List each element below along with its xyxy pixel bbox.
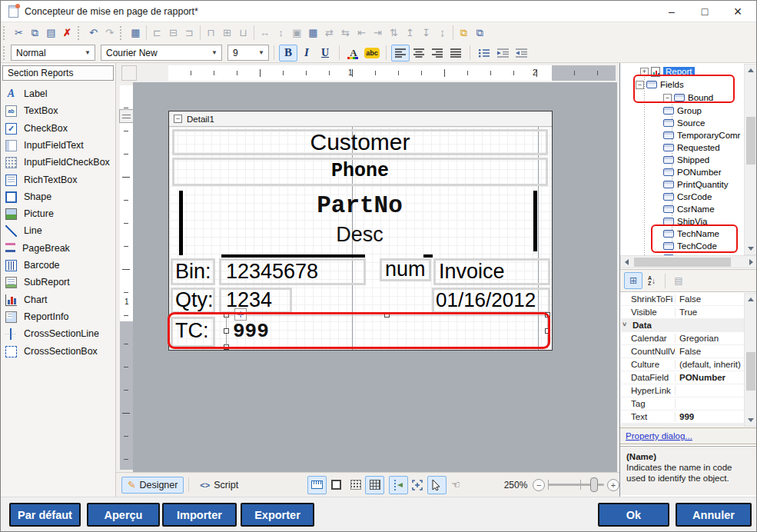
close-button[interactable]: × bbox=[723, 1, 752, 22]
space-across-remove-icon[interactable]: ⇥ bbox=[370, 25, 386, 42]
tree-item-field[interactable]: PONumber bbox=[663, 166, 722, 178]
tool-line[interactable]: Line bbox=[5, 223, 113, 238]
property-row[interactable]: HyperLink bbox=[621, 384, 744, 397]
tool-richtextbox[interactable]: RichTextBox bbox=[5, 172, 113, 188]
collapse-section-icon[interactable]: − bbox=[174, 115, 182, 123]
export-button[interactable]: Exporter bbox=[241, 503, 314, 527]
redo-icon[interactable]: ↷ bbox=[101, 25, 118, 42]
property-category-design[interactable]: ˅Design bbox=[621, 424, 744, 427]
align-bottoms-icon[interactable]: ⊔ bbox=[235, 25, 251, 42]
scroll-down-icon[interactable] bbox=[748, 247, 754, 251]
chevron-down-icon[interactable]: ▼ bbox=[255, 46, 267, 59]
space-across-increase-icon[interactable]: ⇆ bbox=[337, 25, 354, 42]
zoom-out-button[interactable]: − bbox=[533, 479, 545, 491]
tool-inputfieldcheckbox[interactable]: InputFieldCheckBox bbox=[5, 155, 113, 170]
undo-icon[interactable]: ↶ bbox=[85, 25, 101, 42]
space-across-equal-icon[interactable]: ⇄ bbox=[321, 25, 337, 42]
space-down-increase-icon[interactable]: ↥ bbox=[402, 25, 418, 42]
page-border-button[interactable] bbox=[327, 476, 346, 494]
field-qty-value[interactable]: 1234 bbox=[219, 288, 292, 314]
snap-lines-button[interactable] bbox=[389, 476, 408, 494]
bold-button[interactable]: B bbox=[279, 45, 297, 62]
tree-horizontal-scrollbar[interactable] bbox=[620, 255, 757, 268]
minimize-button[interactable]: – bbox=[657, 1, 686, 22]
tab-script[interactable]: <> Script bbox=[194, 477, 244, 494]
selection-handle[interactable] bbox=[384, 312, 390, 318]
section-header[interactable]: − Detail1 bbox=[169, 111, 552, 127]
dot-grid-button[interactable] bbox=[346, 476, 365, 494]
delete-icon[interactable]: ✗ bbox=[59, 25, 75, 42]
collapse-icon[interactable]: − bbox=[663, 94, 672, 102]
selection-handle[interactable] bbox=[224, 312, 229, 318]
show-ruler-button[interactable] bbox=[307, 476, 327, 494]
section-body[interactable]: Customer Phone PartNo Desc Bin: 12345678… bbox=[169, 127, 552, 350]
property-row-text[interactable]: Text999 bbox=[621, 411, 744, 424]
field-bin-value[interactable]: 12345678 bbox=[219, 258, 366, 285]
tree-item-field[interactable]: TechName bbox=[663, 228, 719, 240]
space-down-remove-icon[interactable]: ↨ bbox=[434, 25, 450, 42]
cancel-button[interactable]: Annuler bbox=[676, 503, 752, 527]
ruler-splitter-handle[interactable] bbox=[119, 109, 134, 123]
property-pages-button[interactable]: ▤ bbox=[669, 272, 688, 289]
vertical-rule-right[interactable] bbox=[533, 191, 537, 251]
font-color-button[interactable]: A bbox=[344, 45, 363, 62]
tool-checkbox[interactable]: ✓CheckBox bbox=[5, 121, 113, 136]
alphabetical-sort-button[interactable]: AZ ↓ bbox=[642, 272, 661, 289]
maximize-button[interactable]: □ bbox=[690, 1, 719, 22]
tree-item-field[interactable]: Source bbox=[663, 117, 705, 129]
scroll-down-icon[interactable] bbox=[748, 418, 754, 422]
tool-inputfieldtext[interactable]: InputFieldText bbox=[5, 138, 113, 153]
tab-designer[interactable]: ✎ Designer bbox=[121, 477, 184, 494]
field-num[interactable]: num bbox=[380, 258, 431, 281]
property-row[interactable]: CountNullVFalse bbox=[621, 345, 744, 358]
snap-to-grid-button[interactable] bbox=[408, 476, 427, 494]
increase-indent-button[interactable] bbox=[493, 45, 512, 62]
paste-icon[interactable]: ▤ bbox=[43, 25, 59, 42]
bullet-list-button[interactable] bbox=[475, 45, 493, 62]
tool-picture[interactable]: Picture bbox=[5, 206, 113, 221]
import-button[interactable]: Importer bbox=[162, 503, 237, 527]
properties-vertical-scrollbar[interactable] bbox=[744, 293, 757, 427]
highlight-button[interactable]: abc bbox=[363, 45, 381, 62]
field-desc[interactable]: Desc bbox=[183, 222, 536, 248]
zoom-slider-thumb[interactable] bbox=[590, 477, 598, 492]
selection-handle[interactable] bbox=[545, 312, 550, 318]
design-canvas[interactable]: − Detail1 Customer Phone PartNo Desc bbox=[133, 82, 617, 472]
scroll-up-icon[interactable] bbox=[748, 298, 754, 301]
tool-barcode[interactable]: Barcode bbox=[5, 258, 113, 273]
categorized-view-button[interactable]: ⊞ bbox=[624, 272, 642, 289]
field-qty-label[interactable]: Qty: bbox=[171, 288, 215, 314]
scrollbar-thumb[interactable] bbox=[634, 258, 731, 267]
collapse-icon[interactable]: − bbox=[636, 81, 644, 89]
property-row[interactable]: VisibleTrue bbox=[621, 306, 744, 319]
property-row[interactable]: ShrinkToFiFalse bbox=[621, 293, 744, 306]
font-select[interactable]: Courier New ▼ bbox=[101, 45, 222, 61]
vertical-rule-left[interactable] bbox=[179, 191, 183, 255]
field-bin-label[interactable]: Bin: bbox=[171, 258, 215, 285]
field-invoice[interactable]: Invoice bbox=[433, 258, 550, 285]
horizontal-rule[interactable] bbox=[221, 254, 365, 258]
tree-item-fields[interactable]: − Fields bbox=[636, 78, 684, 91]
scrollbar-thumb[interactable] bbox=[746, 117, 755, 165]
tree-item-field[interactable]: CsrCode bbox=[663, 191, 712, 203]
align-middles-icon[interactable]: ⊞ bbox=[219, 25, 235, 42]
tree-item-report[interactable]: + Report bbox=[640, 65, 695, 78]
tool-label[interactable]: ALabel bbox=[5, 86, 113, 101]
tool-pagebreak[interactable]: PageBreak bbox=[5, 241, 113, 256]
field-tc-value-selected[interactable]: 999 bbox=[226, 315, 548, 348]
align-right-button[interactable] bbox=[428, 45, 447, 62]
same-width-icon[interactable]: ↔ bbox=[257, 25, 273, 42]
property-dialog-link[interactable]: Property dialog... bbox=[626, 431, 692, 441]
selection-handle[interactable] bbox=[545, 328, 550, 334]
tree-item-bound[interactable]: − Bound bbox=[663, 91, 713, 104]
copy-icon[interactable]: ⧉ bbox=[27, 25, 43, 42]
property-row[interactable]: CalendarGregorian bbox=[621, 332, 744, 345]
tool-chart[interactable]: Chart bbox=[5, 292, 113, 308]
tree-item-field[interactable]: Shipped bbox=[663, 154, 709, 166]
tree-item-field[interactable]: Requested bbox=[663, 141, 720, 154]
tree-item-field[interactable]: Group bbox=[663, 105, 702, 117]
field-phone[interactable]: Phone bbox=[172, 158, 548, 186]
chevron-down-icon[interactable]: ▼ bbox=[208, 46, 221, 59]
zoom-in-button[interactable]: + bbox=[607, 479, 619, 491]
center-in-section-icon[interactable]: ▦ bbox=[305, 25, 321, 42]
